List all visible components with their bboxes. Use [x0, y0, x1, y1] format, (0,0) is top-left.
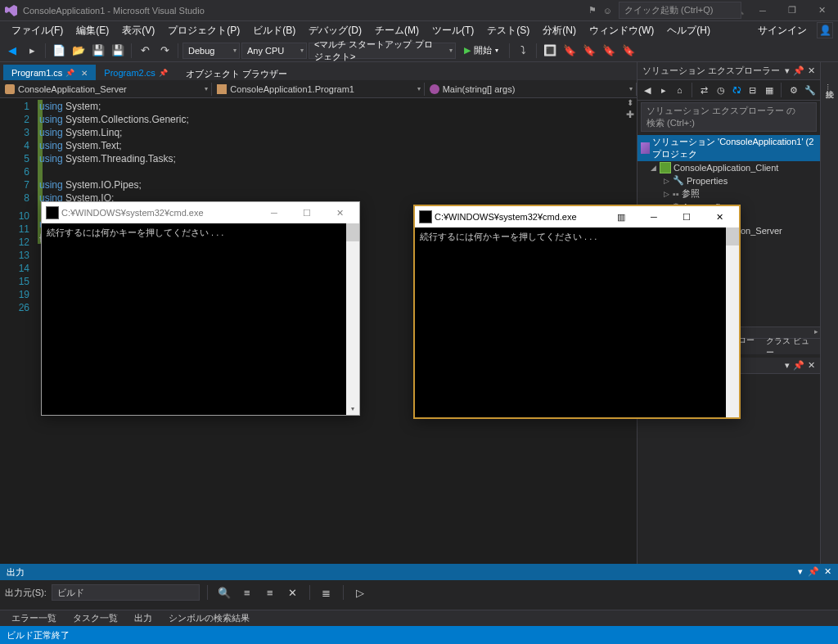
new-project-button[interactable]: 📄	[50, 42, 68, 60]
notification-flag-icon[interactable]: ⚑	[588, 5, 597, 16]
panel-dropdown-icon[interactable]: ▾	[798, 566, 803, 579]
se-search-input[interactable]: ソリューション エクスプローラー の検索 (Ctrl+:)	[641, 102, 817, 132]
panel-pin-icon[interactable]: 📌	[793, 65, 804, 76]
menu-help[interactable]: ヘルプ(H)	[660, 22, 717, 39]
se-preview-icon[interactable]: 🔧	[804, 83, 817, 97]
panel-pin-icon[interactable]: 📌	[793, 360, 804, 371]
tree-references[interactable]: ▷▪▪参照	[638, 187, 820, 200]
quick-launch-input[interactable]: クイック起動 (Ctrl+Q)	[619, 2, 741, 19]
menu-tools[interactable]: ツール(T)	[426, 22, 480, 39]
output-wrap-icon[interactable]: ≣	[318, 583, 336, 601]
navigate-back-button[interactable]: ◀	[3, 42, 21, 60]
cmd-body[interactable]: 続行するには何かキーを押してください . . . ▾	[42, 223, 359, 415]
tab-program2[interactable]: Program2.cs 📌	[96, 65, 175, 80]
nav-scope-dropdown[interactable]: ConsoleApplication_Server	[0, 83, 212, 96]
menu-test[interactable]: テスト(S)	[480, 22, 536, 39]
cmd-minimize-button[interactable]: ─	[639, 209, 669, 225]
signin-link[interactable]: サインイン	[751, 22, 813, 39]
tree-properties[interactable]: ▷🔧Properties	[638, 174, 820, 187]
tab-close-icon[interactable]: ✕	[81, 69, 88, 78]
menu-window[interactable]: ウィンドウ(W)	[583, 22, 660, 39]
menu-edit[interactable]: 編集(E)	[70, 22, 115, 39]
open-file-button[interactable]: 📂	[70, 42, 88, 60]
config-dropdown[interactable]: Debug	[182, 43, 240, 59]
se-back-icon[interactable]: ◀	[641, 83, 654, 97]
close-button[interactable]: ✕	[810, 2, 833, 19]
cmd-window-2[interactable]: C:¥WINDOWS¥system32¥cmd.exe ▥ ─ ☐ ✕ 続行する…	[413, 205, 741, 419]
startup-project-dropdown[interactable]: <マルチ スタートアップ プロジェクト>	[309, 43, 456, 59]
start-debug-button[interactable]: ▶ 開始 ▾	[457, 43, 505, 58]
bookmark-prev-icon[interactable]: 🔖	[600, 42, 618, 60]
bookmark-icon[interactable]: 🔖	[561, 42, 579, 60]
output-shell-icon[interactable]: ▷	[351, 583, 369, 601]
cmd-maximize-button[interactable]: ☐	[292, 205, 322, 221]
panel-pin-icon[interactable]: 📌	[808, 566, 819, 579]
vtab-connect[interactable]: 接続...	[822, 79, 837, 95]
nav-member-dropdown[interactable]: Main(string[] args)	[425, 83, 637, 96]
se-fwd-icon[interactable]: ▸	[657, 83, 670, 97]
find-in-files-icon[interactable]: 🔳	[541, 42, 559, 60]
tab-output[interactable]: 出力	[126, 610, 160, 626]
feedback-icon[interactable]: ☺	[603, 6, 612, 16]
tree-solution-node[interactable]: ソリューション 'ConsoleApplication1' (2 プロジェク	[638, 135, 820, 161]
cmd-titlebar[interactable]: C:¥WINDOWS¥system32¥cmd.exe ─ ☐ ✕	[42, 202, 359, 223]
panel-dropdown-icon[interactable]: ▾	[785, 65, 790, 76]
se-sync-icon[interactable]: ⇄	[698, 83, 711, 97]
panel-close-icon[interactable]: ✕	[808, 65, 815, 76]
panel-close-icon[interactable]: ✕	[824, 566, 831, 579]
panel-close-icon[interactable]: ✕	[808, 360, 815, 371]
menu-team[interactable]: チーム(M)	[368, 22, 426, 39]
split-view-icon[interactable]: ⬍	[627, 98, 633, 107]
se-home-icon[interactable]: ⌂	[673, 83, 686, 97]
cmd-close-button[interactable]: ✕	[705, 209, 734, 225]
bookmark-clear-icon[interactable]: 🔖	[619, 42, 638, 60]
cmd-opts-button[interactable]: ▥	[606, 209, 636, 225]
expand-arrow-icon[interactable]: ▷	[662, 190, 670, 198]
save-all-button[interactable]: 💾	[109, 42, 127, 60]
platform-dropdown[interactable]: Any CPU	[241, 43, 307, 59]
se-refresh-icon[interactable]: 🗘	[730, 83, 743, 97]
output-goto-icon[interactable]: 🔍	[215, 583, 233, 601]
redo-button[interactable]: ↷	[155, 42, 173, 60]
se-pending-icon[interactable]: ◷	[714, 83, 728, 97]
tab-error-list[interactable]: エラー一覧	[3, 610, 65, 626]
bookmark-next-icon[interactable]: 🔖	[580, 42, 598, 60]
se-collapse-icon[interactable]: ⊟	[746, 83, 759, 97]
menu-file[interactable]: ファイル(F)	[5, 22, 70, 39]
tab-program1[interactable]: Program1.cs 📌 ✕	[3, 65, 96, 80]
object-browser-label[interactable]: オブジェクト ブラウザー	[186, 68, 287, 80]
tree-project-client[interactable]: ◢ConsoleApplication_Client	[638, 161, 820, 174]
se-showall-icon[interactable]: ▦	[763, 83, 776, 97]
output-next-icon[interactable]: ≡	[261, 583, 279, 601]
output-clear-icon[interactable]: ✕	[284, 583, 302, 601]
cmd-scrollbar[interactable]: ▾	[346, 223, 359, 415]
undo-button[interactable]: ↶	[136, 42, 154, 60]
menu-analyze[interactable]: 分析(N)	[536, 22, 583, 39]
cmd-body[interactable]: 続行するには何かキーを押してください . . .	[415, 227, 739, 417]
cmd-titlebar[interactable]: C:¥WINDOWS¥system32¥cmd.exe ▥ ─ ☐ ✕	[415, 206, 739, 227]
menu-view[interactable]: 表示(V)	[115, 22, 161, 39]
tab-task-list[interactable]: タスク一覧	[65, 610, 126, 626]
add-icon[interactable]: ✚	[626, 109, 634, 120]
step-button[interactable]: ⤵	[514, 42, 532, 60]
cmd-scrollbar[interactable]	[726, 227, 739, 417]
tab-pin-icon[interactable]: 📌	[65, 69, 74, 77]
output-prev-icon[interactable]: ≡	[238, 583, 256, 601]
expand-arrow-icon[interactable]: ◢	[649, 164, 657, 172]
cmd-maximize-button[interactable]: ☐	[672, 209, 701, 225]
menu-build[interactable]: ビルド(B)	[246, 22, 302, 39]
tab-symbol-results[interactable]: シンボルの検索結果	[160, 610, 258, 626]
navigate-fwd-button[interactable]: ▸	[23, 42, 41, 60]
expand-arrow-icon[interactable]: ▷	[662, 177, 670, 185]
minimize-button[interactable]: ─	[751, 2, 774, 19]
menu-project[interactable]: プロジェクト(P)	[161, 22, 246, 39]
se-properties-icon[interactable]: ⚙	[787, 83, 800, 97]
nav-class-dropdown[interactable]: ConsoleApplication1.Program1	[212, 83, 424, 96]
save-button[interactable]: 💾	[89, 42, 107, 60]
signin-avatar-icon[interactable]: 👤	[817, 22, 833, 38]
cmd-close-button[interactable]: ✕	[325, 205, 354, 221]
restore-button[interactable]: ❐	[781, 2, 804, 19]
tab-pin-icon[interactable]: 📌	[159, 69, 168, 77]
panel-dropdown-icon[interactable]: ▾	[785, 360, 790, 371]
cmd-window-1[interactable]: C:¥WINDOWS¥system32¥cmd.exe ─ ☐ ✕ 続行するには…	[41, 201, 360, 416]
